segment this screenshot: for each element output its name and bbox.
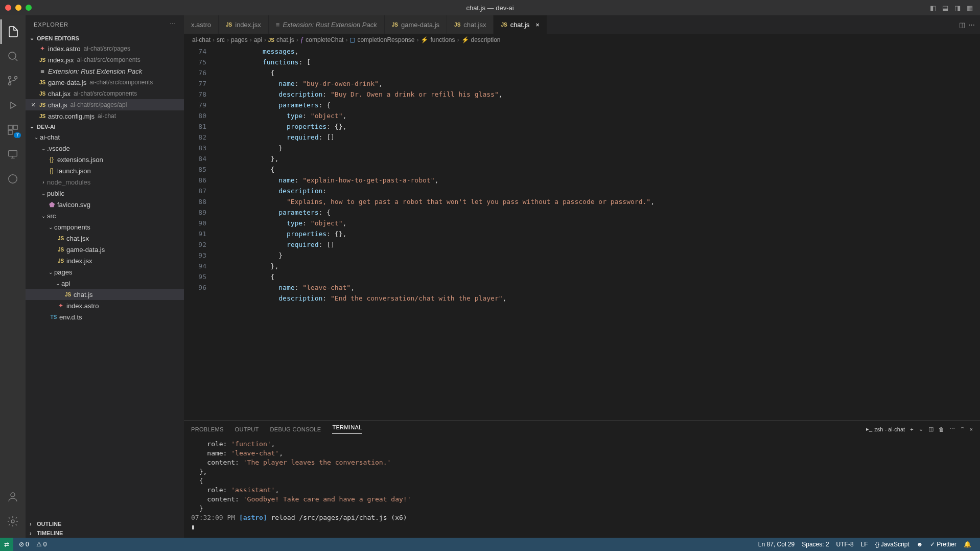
cursor-position[interactable]: Ln 87, Col 29 <box>755 541 798 548</box>
terminal-icon: ▸_ <box>866 426 872 432</box>
explorer-activity[interactable] <box>1 19 25 44</box>
close-tab-icon[interactable]: × <box>535 21 540 29</box>
editor-item[interactable]: JS chat.jsx ai-chat/src/components <box>26 88 184 99</box>
encoding[interactable]: UTF-8 <box>833 541 857 548</box>
editor-item[interactable]: ✦ index.astro ai-chat/src/pages <box>26 43 184 54</box>
chevron-down-icon: ⌄ <box>30 35 37 41</box>
tab-chat-jsx[interactable]: JS chat.jsx <box>447 15 494 34</box>
remote-icon <box>7 149 18 160</box>
tab-index-astro[interactable]: x.astro <box>184 15 219 34</box>
editor-item[interactable]: JS astro.config.mjs ai-chat <box>26 110 184 122</box>
property-icon: ⚡ <box>461 36 469 43</box>
editor-item[interactable]: ≡ Extension: Rust Extension Pack <box>26 65 184 77</box>
folder-api[interactable]: ⌄ api <box>26 278 184 289</box>
file-game-data[interactable]: JS game-data.js <box>26 244 184 255</box>
folder-vscode[interactable]: ⌄ .vscode <box>26 143 184 154</box>
layout-panel-icon[interactable]: ⬓ <box>940 4 950 12</box>
eol[interactable]: LF <box>857 541 872 548</box>
warnings-indicator[interactable]: ⚠0 <box>33 541 51 548</box>
folder-components[interactable]: ⌄ components <box>26 221 184 233</box>
folder-public[interactable]: ⌄ public <box>26 188 184 199</box>
terminal-shell-selector[interactable]: ▸_ zsh - ai-chat <box>866 426 905 432</box>
prettier-status[interactable]: ✓ Prettier <box>926 541 960 548</box>
file-env-dts[interactable]: TS env.d.ts <box>26 311 184 323</box>
account-activity[interactable] <box>1 485 25 509</box>
more-icon[interactable]: ⋯ <box>949 426 955 432</box>
tab-chat-js[interactable]: JS chat.js × <box>494 15 547 34</box>
braces-icon: {} <box>875 541 879 548</box>
minimize-window-button[interactable] <box>15 5 21 11</box>
astro-icon: ✦ <box>38 45 47 52</box>
split-terminal-icon[interactable]: ◫ <box>928 426 934 432</box>
file-chat-js[interactable]: JS chat.js <box>26 289 184 300</box>
code-editor[interactable]: 7475767778798081828384858687888990919293… <box>184 46 980 420</box>
editor-item[interactable]: JS index.jsx ai-chat/src/components <box>26 54 184 65</box>
language-mode[interactable]: {} JavaScript <box>872 541 913 548</box>
edge-activity[interactable] <box>1 167 25 191</box>
method-icon: ⚡ <box>421 36 428 43</box>
folder-node-modules[interactable]: › node_modules <box>26 176 184 188</box>
maximize-window-button[interactable] <box>26 5 32 11</box>
indentation[interactable]: Spaces: 2 <box>798 541 832 548</box>
errors-indicator[interactable]: ⊘0 <box>15 541 33 548</box>
file-launch-json[interactable]: {} launch.json <box>26 165 184 176</box>
tab-game-data[interactable]: JS game-data.js <box>385 15 447 34</box>
remote-indicator[interactable]: ⇄ <box>0 538 13 551</box>
split-editor-icon[interactable]: ◫ <box>959 21 965 29</box>
editor-area: x.astro JS index.jsx ≡ Extension: Rust E… <box>184 15 980 538</box>
notifications-icon[interactable]: 🔔 <box>960 541 975 548</box>
timeline-header[interactable]: › TIMELINE <box>26 529 184 538</box>
file-index-astro[interactable]: ✦ index.astro <box>26 300 184 311</box>
file-chat-jsx[interactable]: JS chat.jsx <box>26 233 184 244</box>
folder-src[interactable]: ⌄ src <box>26 210 184 221</box>
scm-activity[interactable] <box>1 68 25 93</box>
chevron-down-icon: ⌄ <box>54 281 61 286</box>
chevron-right-icon: › <box>40 179 47 185</box>
extensions-activity[interactable]: 7 <box>1 118 25 142</box>
search-activity[interactable] <box>1 44 25 68</box>
project-header[interactable]: ⌄ DEV-AI <box>26 122 184 131</box>
debug-activity[interactable] <box>1 93 25 118</box>
remote-icon: ⇄ <box>4 541 9 548</box>
layout-sidebar-right-icon[interactable]: ◨ <box>952 4 963 12</box>
chevron-down-icon[interactable]: ⌄ <box>919 426 923 432</box>
close-editor-icon[interactable]: × <box>29 101 38 109</box>
js-icon: JS <box>38 113 47 119</box>
settings-activity[interactable] <box>1 509 25 534</box>
chevron-down-icon: ⌄ <box>30 123 37 130</box>
editor-item[interactable]: JS game-data.js ai-chat/src/components <box>26 77 184 88</box>
file-favicon[interactable]: ⬟ favicon.svg <box>26 199 184 210</box>
kill-terminal-icon[interactable]: 🗑 <box>939 426 944 432</box>
debug-console-tab[interactable]: DEBUG CONSOLE <box>270 426 321 432</box>
new-terminal-icon[interactable]: + <box>910 426 913 432</box>
outline-header[interactable]: › OUTLINE <box>26 519 184 529</box>
more-actions-icon[interactable]: ⋯ <box>968 21 975 29</box>
tab-index-jsx[interactable]: JS index.jsx <box>219 15 269 34</box>
js-icon: JS <box>56 247 65 252</box>
jsx-icon: JS <box>226 22 232 28</box>
close-window-button[interactable] <box>5 5 11 11</box>
chevron-down-icon: ⌄ <box>47 224 54 230</box>
tab-bar: x.astro JS index.jsx ≡ Extension: Rust E… <box>184 15 980 34</box>
folder-ai-chat[interactable]: ⌄ ai-chat <box>26 131 184 143</box>
sidebar-more-icon[interactable]: ⋯ <box>170 21 176 28</box>
folder-pages[interactable]: ⌄ pages <box>26 266 184 278</box>
code-content[interactable]: messages, functions: [ { name: "buy-dr-o… <box>215 46 980 420</box>
output-tab[interactable]: OUTPUT <box>235 426 259 432</box>
layout-sidebar-left-icon[interactable]: ◧ <box>928 4 938 12</box>
tab-rust-extension[interactable]: ≡ Extension: Rust Extension Pack <box>269 15 385 34</box>
terminal-tab[interactable]: TERMINAL <box>332 424 362 434</box>
customize-layout-icon[interactable]: ▦ <box>965 4 975 12</box>
file-index-jsx[interactable]: JS index.jsx <box>26 255 184 266</box>
file-extensions-json[interactable]: {} extensions.json <box>26 154 184 165</box>
open-editors-header[interactable]: ⌄ OPEN EDITORS <box>26 33 184 43</box>
svg-rect-4 <box>8 125 12 129</box>
problems-tab[interactable]: PROBLEMS <box>191 426 224 432</box>
remote-activity[interactable] <box>1 142 25 167</box>
feedback-icon[interactable]: ☻ <box>913 541 927 548</box>
close-panel-icon[interactable]: × <box>970 426 973 432</box>
terminal-output[interactable]: role: 'function', name: 'leave-chat', co… <box>184 438 980 538</box>
editor-item-active[interactable]: × JS chat.js ai-chat/src/pages/api <box>26 99 184 110</box>
breadcrumb[interactable]: ai-chat› src› pages› api› JS chat.js› ƒ … <box>184 34 980 46</box>
maximize-panel-icon[interactable]: ⌃ <box>960 426 965 432</box>
